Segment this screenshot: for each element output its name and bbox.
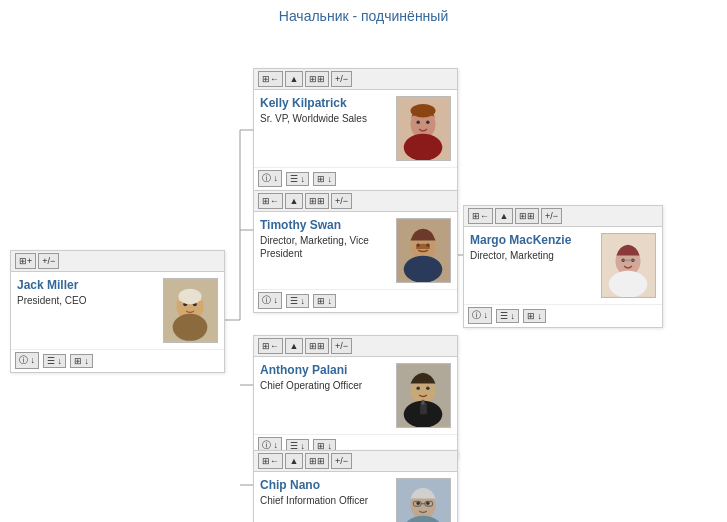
btn-toggle-timothy[interactable]: +/−: [331, 193, 352, 209]
photo-chip-nano: [396, 478, 451, 522]
btn-back-kelly[interactable]: ⊞←: [258, 71, 283, 87]
svg-point-18: [410, 104, 435, 117]
btn-list-margo[interactable]: ☰ ↓: [496, 309, 519, 323]
name-timothy-swan: Timothy Swan: [260, 218, 390, 232]
svg-point-16: [416, 121, 419, 124]
photo-timothy-swan: [396, 218, 451, 283]
btn-toggle-chip[interactable]: +/−: [331, 453, 352, 469]
svg-point-21: [404, 256, 443, 283]
card-chip-nano: ⊞← ▲ ⊞⊞ +/− Chip Nano Chief Information …: [253, 450, 458, 522]
org-chart: ⊞+ +/− Jack Miller President, CEO: [0, 30, 727, 520]
btn-nav-anthony[interactable]: ⊞⊞: [305, 338, 329, 354]
btn-info-kelly[interactable]: ⓘ ↓: [258, 170, 282, 187]
card-anthony-palani: ⊞← ▲ ⊞⊞ +/− Anthony Palani Chief Operati…: [253, 335, 458, 458]
card-footer-timothy: ⓘ ↓ ☰ ↓ ⊞ ↓: [254, 289, 457, 312]
card-kelly-kilpatrick: ⊞← ▲ ⊞⊞ +/− Kelly Kilpatrick Sr. VP, Wor…: [253, 68, 458, 191]
btn-back-margo[interactable]: ⊞←: [468, 208, 493, 224]
btn-nav-jack[interactable]: ⊞+: [15, 253, 36, 269]
btn-toggle-jack[interactable]: +/−: [38, 253, 59, 269]
title-chip-nano: Chief Information Officer: [260, 494, 390, 507]
card-toolbar-jack: ⊞+ +/−: [11, 251, 224, 272]
svg-point-15: [404, 134, 443, 161]
svg-point-39: [416, 502, 419, 505]
title-kelly-kilpatrick: Sr. VP, Worldwide Sales: [260, 112, 390, 125]
btn-info-jack[interactable]: ⓘ ↓: [15, 352, 39, 369]
title-jack-miller: President, CEO: [17, 294, 157, 307]
card-toolbar-kelly: ⊞← ▲ ⊞⊞ +/−: [254, 69, 457, 90]
svg-point-33: [416, 387, 419, 390]
btn-nav-chip[interactable]: ⊞⊞: [305, 453, 329, 469]
btn-back-timothy[interactable]: ⊞←: [258, 193, 283, 209]
card-toolbar-chip: ⊞← ▲ ⊞⊞ +/−: [254, 451, 457, 472]
name-margo-mackenzie: Margo MacKenzie: [470, 233, 595, 247]
btn-back-chip[interactable]: ⊞←: [258, 453, 283, 469]
svg-point-26: [609, 271, 648, 298]
btn-toggle-kelly[interactable]: +/−: [331, 71, 352, 87]
btn-info-margo[interactable]: ⓘ ↓: [468, 307, 492, 324]
svg-point-17: [426, 121, 429, 124]
card-toolbar-anthony: ⊞← ▲ ⊞⊞ +/−: [254, 336, 457, 357]
svg-point-40: [426, 502, 429, 505]
btn-back-anthony[interactable]: ⊞←: [258, 338, 283, 354]
btn-toggle-margo[interactable]: +/−: [541, 208, 562, 224]
btn-nav-kelly[interactable]: ⊞⊞: [305, 71, 329, 87]
btn-nav-timothy[interactable]: ⊞⊞: [305, 193, 329, 209]
btn-list-jack[interactable]: ☰ ↓: [43, 354, 66, 368]
card-footer-kelly: ⓘ ↓ ☰ ↓ ⊞ ↓: [254, 167, 457, 190]
name-chip-nano: Chip Nano: [260, 478, 390, 492]
btn-tree-timothy[interactable]: ⊞ ↓: [313, 294, 336, 308]
btn-up-anthony[interactable]: ▲: [285, 338, 303, 354]
photo-kelly-kilpatrick: [396, 96, 451, 161]
card-timothy-swan: ⊞← ▲ ⊞⊞ +/− Timothy Swan Director, Marke…: [253, 190, 458, 313]
btn-up-chip[interactable]: ▲: [285, 453, 303, 469]
btn-up-timothy[interactable]: ▲: [285, 193, 303, 209]
btn-info-timothy[interactable]: ⓘ ↓: [258, 292, 282, 309]
name-jack-miller: Jack Miller: [17, 278, 157, 292]
photo-margo-mackenzie: [601, 233, 656, 298]
svg-point-34: [426, 387, 429, 390]
btn-up-kelly[interactable]: ▲: [285, 71, 303, 87]
title-anthony-palani: Chief Operating Officer: [260, 379, 390, 392]
btn-up-margo[interactable]: ▲: [495, 208, 513, 224]
title-timothy-swan: Director, Marketing, Vice President: [260, 234, 390, 260]
btn-tree-margo[interactable]: ⊞ ↓: [523, 309, 546, 323]
card-toolbar-timothy: ⊞← ▲ ⊞⊞ +/−: [254, 191, 457, 212]
card-footer-jack: ⓘ ↓ ☰ ↓ ⊞ ↓: [11, 349, 224, 372]
btn-tree-kelly[interactable]: ⊞ ↓: [313, 172, 336, 186]
svg-rect-29: [621, 259, 635, 261]
name-kelly-kilpatrick: Kelly Kilpatrick: [260, 96, 390, 110]
btn-list-timothy[interactable]: ☰ ↓: [286, 294, 309, 308]
card-margo-mackenzie: ⊞← ▲ ⊞⊞ +/− Margo MacKenzie Director, Ma…: [463, 205, 663, 328]
title-margo-mackenzie: Director, Marketing: [470, 249, 595, 262]
btn-nav-margo[interactable]: ⊞⊞: [515, 208, 539, 224]
name-anthony-palani: Anthony Palani: [260, 363, 390, 377]
btn-tree-jack[interactable]: ⊞ ↓: [70, 354, 93, 368]
photo-anthony-palani: [396, 363, 451, 428]
photo-jack-miller: [163, 278, 218, 343]
btn-toggle-anthony[interactable]: +/−: [331, 338, 352, 354]
btn-list-kelly[interactable]: ☰ ↓: [286, 172, 309, 186]
page-title: Начальник - подчинённый: [0, 0, 727, 30]
svg-point-9: [173, 314, 208, 341]
card-toolbar-margo: ⊞← ▲ ⊞⊞ +/−: [464, 206, 662, 227]
card-footer-margo: ⓘ ↓ ☰ ↓ ⊞ ↓: [464, 304, 662, 327]
card-jack-miller: ⊞+ +/− Jack Miller President, CEO: [10, 250, 225, 373]
